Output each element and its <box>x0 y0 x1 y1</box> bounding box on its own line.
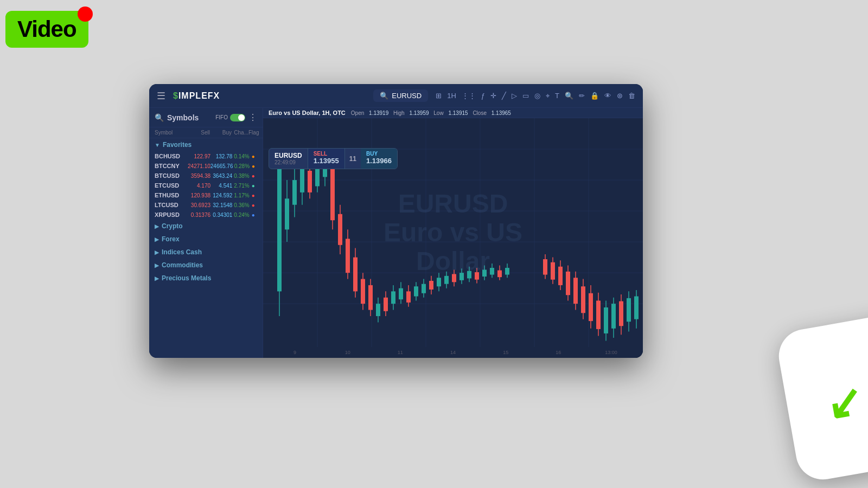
indicator-icon[interactable]: ⋮⋮ <box>462 92 476 100</box>
chart-canvas[interactable]: EURUSD 22:49:09 SELL 1.13955 11 BUY 1.13… <box>263 118 643 347</box>
sidebar-section[interactable]: ▶Commodities <box>149 259 263 272</box>
svg-rect-35 <box>361 279 365 304</box>
svg-rect-29 <box>338 214 342 245</box>
svg-rect-89 <box>596 300 601 329</box>
symbol-buy: 0.34301 <box>210 212 232 218</box>
time-label: 14 <box>426 350 479 355</box>
shapes-icon[interactable]: ▷ <box>512 92 517 100</box>
menu-icon[interactable]: ☰ <box>157 90 165 102</box>
ohlc-low-val: 1.13915 <box>448 110 468 116</box>
svg-rect-87 <box>589 293 593 321</box>
time-label: 11 <box>374 350 426 355</box>
svg-rect-33 <box>353 258 358 292</box>
video-badge: Video <box>5 11 88 48</box>
svg-rect-91 <box>604 307 608 333</box>
sidebar-section[interactable]: ▶Indices Cash <box>149 246 263 259</box>
toggle-track[interactable] <box>230 114 245 121</box>
symbol-row[interactable]: BTCUSD 3594.38 3643.24 0.38% ● <box>149 171 263 181</box>
section-arrow: ▶ <box>155 262 159 268</box>
toggle-thumb <box>238 114 245 121</box>
pencil-icon[interactable]: ✏ <box>579 92 585 100</box>
svg-rect-37 <box>368 285 373 310</box>
grid-icon[interactable]: ⊞ <box>436 92 442 100</box>
svg-rect-17 <box>292 180 297 205</box>
trade-popup: EURUSD 22:49:09 SELL 1.13955 11 BUY 1.13… <box>269 148 398 169</box>
chart-toolbar: ⊞ 1H ⋮⋮ ƒ ✛ ╱ ▷ ▭ ◎ ⌖ T 🔍 ✏ 🔒 👁 ⊛ 🗑 <box>436 92 635 100</box>
symbol-row[interactable]: ETHUSD 120.938 124.592 1.17% ● <box>149 190 263 200</box>
app-window: ☰ $IMPLEFX 🔍 EURUSD ⊞ 1H ⋮⋮ ƒ ✛ ╱ ▷ ▭ ◎ … <box>149 84 643 358</box>
svg-rect-71 <box>497 271 502 278</box>
rect-icon[interactable]: ▭ <box>522 92 529 100</box>
sidebar-section[interactable]: ▶Forex <box>149 233 263 246</box>
symbol-change: 0.24% <box>232 212 249 218</box>
line-tool-icon[interactable]: ╱ <box>502 92 506 100</box>
eye-icon[interactable]: 👁 <box>604 92 611 100</box>
svg-rect-81 <box>566 272 570 295</box>
text-tool-icon[interactable]: T <box>555 92 559 100</box>
sidebar-section[interactable]: ▶Precious Metals <box>149 272 263 285</box>
symbol-row[interactable]: BTCCNY 24271.10 24665.76 0.28% ● <box>149 161 263 171</box>
ohlc-close-val: 1.13965 <box>492 110 511 116</box>
fifo-label: FIFO <box>215 114 228 120</box>
lock-icon[interactable]: 🔒 <box>590 92 599 100</box>
symbol-row[interactable]: XRPUSD 0.31376 0.34301 0.24% ● <box>149 210 263 220</box>
ohlc-close-label: Close <box>473 110 488 116</box>
svg-rect-55 <box>437 278 441 286</box>
time-label: 9 <box>269 350 321 355</box>
column-headers: Symbol Sell Buy Cha... Flag <box>149 127 263 138</box>
svg-rect-63 <box>467 271 471 279</box>
delete-icon[interactable]: 🗑 <box>628 92 635 100</box>
symbol-buy: 3643.24 <box>210 173 232 179</box>
logo-arrows: ↙ ↗ <box>822 368 868 424</box>
symbol-row[interactable]: LTCUSD 30.6923 32.1548 0.36% ● <box>149 200 263 210</box>
crosshair-icon[interactable]: ✛ <box>490 92 496 100</box>
svg-rect-79 <box>558 267 563 285</box>
layers-icon[interactable]: ⊛ <box>617 92 623 100</box>
spread-value: 11 <box>349 155 356 163</box>
trade-pair-info: EURUSD 22:49:09 <box>269 149 308 169</box>
favorites-section[interactable]: ▼ Favorites <box>149 138 263 151</box>
timeframe-label[interactable]: 1H <box>447 92 456 100</box>
symbol-name: BCHUSD <box>155 153 189 159</box>
section-arrow: ▶ <box>155 236 159 242</box>
col-symbol-header: Symbol <box>155 130 188 136</box>
svg-rect-95 <box>619 301 623 326</box>
symbol-buy: 24665.76 <box>210 163 233 169</box>
svg-rect-31 <box>346 239 350 273</box>
sidebar-header: 🔍 Symbols FIFO ⋮ <box>149 108 263 127</box>
symbol-sell: 24271.10 <box>188 163 210 169</box>
trade-sell-label: SELL <box>314 151 339 157</box>
symbol-flag: ● <box>250 212 257 218</box>
svg-rect-43 <box>391 291 395 304</box>
ohlc-high-val: 1.13959 <box>409 110 429 116</box>
symbol-buy: 4.541 <box>210 183 232 189</box>
time-label: 10 <box>321 350 374 355</box>
sidebar-section[interactable]: ▶Crypto <box>149 220 263 233</box>
app-header: ☰ $IMPLEFX 🔍 EURUSD ⊞ 1H ⋮⋮ ƒ ✛ ╱ ▷ ▭ ◎ … <box>149 84 643 108</box>
text-icon[interactable]: ƒ <box>481 92 485 100</box>
symbol-name: BTCCNY <box>155 163 188 169</box>
trade-time: 22:49:09 <box>275 159 302 165</box>
trade-buy-side[interactable]: BUY 1.13966 <box>361 149 397 169</box>
svg-rect-53 <box>429 281 433 290</box>
symbol-row[interactable]: BCHUSD 122.97 132.78 0.14% ● <box>149 151 263 161</box>
svg-rect-61 <box>459 273 464 280</box>
target-icon[interactable]: ◎ <box>534 92 540 100</box>
symbol-change: 0.38% <box>232 173 249 179</box>
trade-buy-value: 1.13966 <box>366 157 392 165</box>
sidebar-menu-icon[interactable]: ⋮ <box>248 112 257 123</box>
svg-rect-69 <box>490 268 494 275</box>
symbol-row[interactable]: ETCUSD 4.170 4.541 2.71% ● <box>149 181 263 190</box>
symbol-buy: 124.592 <box>210 192 232 198</box>
chart-ohlc: Open 1.13919 High 1.13959 Low 1.13915 Cl… <box>351 110 514 116</box>
sidebar-search-icon[interactable]: 🔍 <box>155 113 164 122</box>
time-label: 15 <box>480 350 532 355</box>
zoom-icon[interactable]: 🔍 <box>565 92 573 100</box>
wand-icon[interactable]: ⌖ <box>546 92 550 100</box>
symbol-flag: ● <box>250 173 257 179</box>
col-buy-header: Buy <box>210 130 232 136</box>
trade-sell-side[interactable]: SELL 1.13955 <box>308 149 345 169</box>
symbol-search-button[interactable]: 🔍 EURUSD <box>373 89 428 102</box>
fifo-toggle[interactable]: FIFO <box>215 114 245 121</box>
chart-info-bar: Euro vs US Dollar, 1H, OTC Open 1.13919 … <box>263 108 643 118</box>
